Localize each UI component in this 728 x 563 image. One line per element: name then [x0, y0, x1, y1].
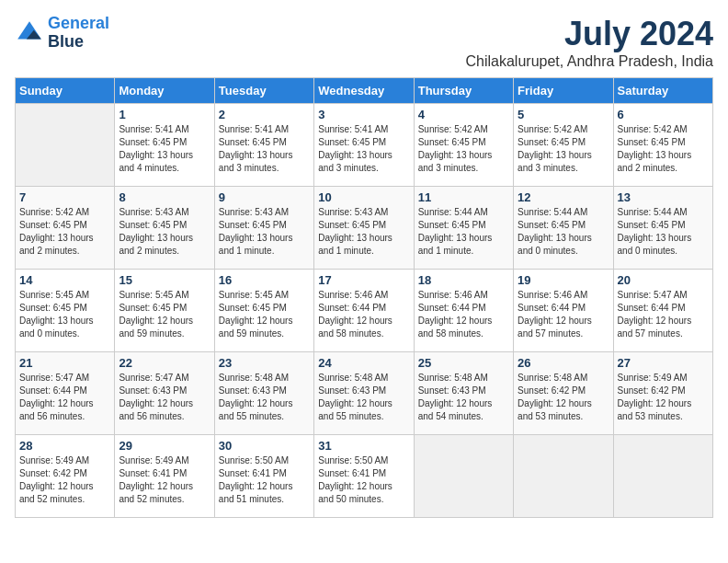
day-number: 16 — [219, 273, 310, 287]
calendar-cell: 2Sunrise: 5:41 AM Sunset: 6:45 PM Daylig… — [214, 104, 313, 187]
day-number: 18 — [418, 273, 509, 287]
calendar-cell: 10Sunrise: 5:43 AM Sunset: 6:45 PM Dayli… — [314, 187, 414, 270]
day-info: Sunrise: 5:46 AM Sunset: 6:44 PM Dayligh… — [318, 289, 409, 340]
day-number: 4 — [418, 108, 509, 121]
day-number: 28 — [19, 439, 110, 453]
day-number: 30 — [219, 439, 310, 453]
day-number: 14 — [19, 273, 110, 287]
day-number: 1 — [119, 108, 210, 121]
day-number: 26 — [518, 356, 609, 370]
calendar-cell: 1Sunrise: 5:41 AM Sunset: 6:45 PM Daylig… — [115, 104, 214, 187]
day-info: Sunrise: 5:50 AM Sunset: 6:41 PM Dayligh… — [219, 454, 310, 506]
calendar-table: SundayMondayTuesdayWednesdayThursdayFrid… — [15, 77, 713, 518]
day-info: Sunrise: 5:41 AM Sunset: 6:45 PM Dayligh… — [119, 123, 210, 175]
calendar-cell: 15Sunrise: 5:45 AM Sunset: 6:45 PM Dayli… — [115, 270, 214, 352]
calendar-cell: 24Sunrise: 5:48 AM Sunset: 6:43 PM Dayli… — [314, 352, 414, 435]
day-info: Sunrise: 5:46 AM Sunset: 6:44 PM Dayligh… — [418, 289, 509, 340]
day-number: 25 — [418, 356, 509, 370]
calendar-cell: 26Sunrise: 5:48 AM Sunset: 6:42 PM Dayli… — [514, 352, 613, 435]
calendar-cell: 14Sunrise: 5:45 AM Sunset: 6:45 PM Dayli… — [16, 270, 115, 352]
day-number: 31 — [318, 439, 409, 453]
logo: General Blue — [15, 15, 109, 52]
day-info: Sunrise: 5:41 AM Sunset: 6:45 PM Dayligh… — [219, 123, 310, 175]
logo-text: General Blue — [48, 15, 109, 52]
weekday-header-row: SundayMondayTuesdayWednesdayThursdayFrid… — [16, 78, 713, 104]
location: Chilakalurupet, Andhra Pradesh, India — [465, 53, 713, 70]
day-number: 6 — [618, 108, 709, 121]
day-number: 27 — [618, 356, 709, 370]
day-info: Sunrise: 5:47 AM Sunset: 6:44 PM Dayligh… — [618, 289, 709, 340]
day-number: 5 — [518, 108, 609, 121]
day-info: Sunrise: 5:48 AM Sunset: 6:43 PM Dayligh… — [318, 372, 409, 423]
calendar-cell: 25Sunrise: 5:48 AM Sunset: 6:43 PM Dayli… — [414, 352, 513, 435]
day-info: Sunrise: 5:49 AM Sunset: 6:41 PM Dayligh… — [119, 454, 210, 506]
weekday-friday: Friday — [514, 78, 613, 104]
day-info: Sunrise: 5:44 AM Sunset: 6:45 PM Dayligh… — [618, 206, 709, 258]
day-number: 2 — [219, 108, 310, 121]
calendar-cell: 8Sunrise: 5:43 AM Sunset: 6:45 PM Daylig… — [115, 187, 214, 270]
day-info: Sunrise: 5:48 AM Sunset: 6:43 PM Dayligh… — [219, 372, 310, 423]
day-info: Sunrise: 5:49 AM Sunset: 6:42 PM Dayligh… — [19, 454, 110, 506]
calendar-cell: 3Sunrise: 5:41 AM Sunset: 6:45 PM Daylig… — [314, 104, 414, 187]
title-block: July 2024 Chilakalurupet, Andhra Pradesh… — [465, 15, 713, 70]
day-info: Sunrise: 5:41 AM Sunset: 6:45 PM Dayligh… — [318, 123, 409, 175]
week-row-2: 7Sunrise: 5:42 AM Sunset: 6:45 PM Daylig… — [16, 187, 713, 270]
weekday-monday: Monday — [115, 78, 214, 104]
calendar-cell: 18Sunrise: 5:46 AM Sunset: 6:44 PM Dayli… — [414, 270, 513, 352]
day-info: Sunrise: 5:42 AM Sunset: 6:45 PM Dayligh… — [518, 123, 609, 175]
weekday-wednesday: Wednesday — [314, 78, 414, 104]
logo-icon — [15, 18, 44, 48]
day-info: Sunrise: 5:43 AM Sunset: 6:45 PM Dayligh… — [119, 206, 210, 258]
day-number: 21 — [19, 356, 110, 370]
calendar-cell: 29Sunrise: 5:49 AM Sunset: 6:41 PM Dayli… — [115, 435, 214, 518]
day-number: 3 — [318, 108, 409, 121]
day-info: Sunrise: 5:45 AM Sunset: 6:45 PM Dayligh… — [19, 289, 110, 340]
day-number: 10 — [318, 190, 409, 204]
weekday-thursday: Thursday — [414, 78, 513, 104]
week-row-3: 14Sunrise: 5:45 AM Sunset: 6:45 PM Dayli… — [16, 270, 713, 352]
calendar-cell: 5Sunrise: 5:42 AM Sunset: 6:45 PM Daylig… — [514, 104, 613, 187]
calendar-cell: 11Sunrise: 5:44 AM Sunset: 6:45 PM Dayli… — [414, 187, 513, 270]
calendar-cell: 30Sunrise: 5:50 AM Sunset: 6:41 PM Dayli… — [214, 435, 313, 518]
day-info: Sunrise: 5:46 AM Sunset: 6:44 PM Dayligh… — [518, 289, 609, 340]
weekday-tuesday: Tuesday — [214, 78, 313, 104]
calendar-cell: 6Sunrise: 5:42 AM Sunset: 6:45 PM Daylig… — [613, 104, 712, 187]
calendar-cell: 27Sunrise: 5:49 AM Sunset: 6:42 PM Dayli… — [613, 352, 712, 435]
day-number: 24 — [318, 356, 409, 370]
calendar-cell: 9Sunrise: 5:43 AM Sunset: 6:45 PM Daylig… — [214, 187, 313, 270]
day-info: Sunrise: 5:47 AM Sunset: 6:44 PM Dayligh… — [19, 372, 110, 423]
day-info: Sunrise: 5:42 AM Sunset: 6:45 PM Dayligh… — [418, 123, 509, 175]
calendar-cell: 13Sunrise: 5:44 AM Sunset: 6:45 PM Dayli… — [613, 187, 712, 270]
calendar-cell: 21Sunrise: 5:47 AM Sunset: 6:44 PM Dayli… — [16, 352, 115, 435]
calendar-cell — [414, 435, 513, 518]
calendar-cell — [16, 104, 115, 187]
calendar-cell: 20Sunrise: 5:47 AM Sunset: 6:44 PM Dayli… — [613, 270, 712, 352]
day-number: 12 — [518, 190, 609, 204]
day-info: Sunrise: 5:44 AM Sunset: 6:45 PM Dayligh… — [418, 206, 509, 258]
weekday-sunday: Sunday — [16, 78, 115, 104]
calendar-cell: 28Sunrise: 5:49 AM Sunset: 6:42 PM Dayli… — [16, 435, 115, 518]
week-row-1: 1Sunrise: 5:41 AM Sunset: 6:45 PM Daylig… — [16, 104, 713, 187]
day-number: 15 — [119, 273, 210, 287]
calendar-cell: 7Sunrise: 5:42 AM Sunset: 6:45 PM Daylig… — [16, 187, 115, 270]
day-info: Sunrise: 5:48 AM Sunset: 6:43 PM Dayligh… — [418, 372, 509, 423]
calendar-cell: 16Sunrise: 5:45 AM Sunset: 6:45 PM Dayli… — [214, 270, 313, 352]
day-info: Sunrise: 5:48 AM Sunset: 6:42 PM Dayligh… — [518, 372, 609, 423]
calendar-cell: 31Sunrise: 5:50 AM Sunset: 6:41 PM Dayli… — [314, 435, 414, 518]
calendar-cell — [514, 435, 613, 518]
weekday-saturday: Saturday — [613, 78, 712, 104]
day-number: 8 — [119, 190, 210, 204]
calendar-cell: 12Sunrise: 5:44 AM Sunset: 6:45 PM Dayli… — [514, 187, 613, 270]
day-info: Sunrise: 5:45 AM Sunset: 6:45 PM Dayligh… — [219, 289, 310, 340]
day-number: 11 — [418, 190, 509, 204]
day-number: 29 — [119, 439, 210, 453]
calendar-cell: 22Sunrise: 5:47 AM Sunset: 6:43 PM Dayli… — [115, 352, 214, 435]
day-info: Sunrise: 5:42 AM Sunset: 6:45 PM Dayligh… — [19, 206, 110, 258]
day-info: Sunrise: 5:43 AM Sunset: 6:45 PM Dayligh… — [219, 206, 310, 258]
calendar-cell: 23Sunrise: 5:48 AM Sunset: 6:43 PM Dayli… — [214, 352, 313, 435]
day-number: 7 — [19, 190, 110, 204]
day-number: 9 — [219, 190, 310, 204]
day-info: Sunrise: 5:42 AM Sunset: 6:45 PM Dayligh… — [618, 123, 709, 175]
day-number: 19 — [518, 273, 609, 287]
day-number: 23 — [219, 356, 310, 370]
